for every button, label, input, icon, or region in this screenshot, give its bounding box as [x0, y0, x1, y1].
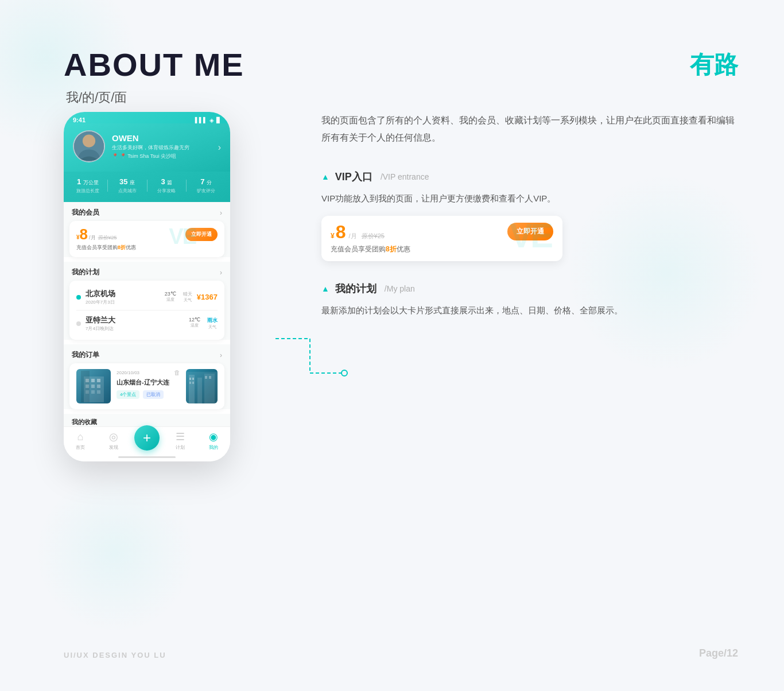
avatar: [73, 130, 105, 162]
order-section-title: 我的订单: [72, 350, 99, 360]
collect-title: 我的收藏: [72, 418, 97, 425]
vip-triangle-icon: ▲: [321, 172, 329, 181]
svg-rect-13: [81, 371, 90, 402]
svg-rect-19: [192, 378, 194, 380]
stat-cities: 35 座 点亮城市: [108, 177, 147, 194]
nav-mine[interactable]: ◉ 我的: [197, 430, 230, 451]
collect-section: 我的收藏: [64, 414, 230, 426]
battery-icon: ▊: [216, 117, 221, 123]
member-arrow-icon[interactable]: ›: [220, 209, 222, 217]
plan-arrow-icon[interactable]: ›: [220, 269, 222, 277]
svg-rect-18: [189, 378, 191, 380]
order-info: 2020/10/03 🗑 山东烟台-辽宁大连 4个景点 已取消: [117, 369, 180, 403]
member-section-title: 我的会员: [72, 208, 99, 218]
nav-discover[interactable]: ◎ 发现: [97, 430, 130, 451]
stat-articles: 3 篇 分享攻略: [148, 177, 187, 194]
svg-rect-6: [97, 379, 100, 382]
vip-desc: VIP功能放入到我的页面，让用户更方便缴费和查看个人VIP。: [321, 191, 738, 207]
member-price: ¥ 8 /月 原价¥25: [76, 227, 117, 242]
add-button[interactable]: +: [134, 425, 160, 451]
plan-title-sub: /My plan: [385, 284, 415, 293]
plan-card: 北京机场 2020年7月3日 23℃ 温度 晴天 天气: [69, 281, 224, 340]
order-date: 2020/10/03: [117, 370, 139, 375]
profile-info: OWEN 生活多美好啊，体育锻炼乐趣无穷 📍 📍 Tsim Sha Tsui 尖…: [112, 133, 221, 160]
plan-dot: [76, 295, 81, 300]
plan-desc: 最新添加的计划会以大卡片形式直接展示出来，地点、日期、价格、全部展示。: [321, 302, 738, 319]
profile-header: OWEN 生活多美好啊，体育锻炼乐趣无穷 📍 📍 Tsim Sha Tsui 尖…: [64, 123, 230, 172]
nav-add[interactable]: +: [130, 431, 164, 451]
status-bar: 9:41 ▌▌▌ ◈ ▊: [64, 112, 230, 123]
order-image-1: [76, 369, 111, 403]
svg-point-1: [83, 134, 95, 147]
vip-title-sub: /VIP entrance: [381, 172, 429, 181]
plan-item-beijing: 北京机场 2020年7月3日 23℃ 温度 晴天 天气: [76, 286, 218, 308]
order-arrow-icon[interactable]: ›: [220, 351, 222, 359]
phone-indicator: [64, 456, 230, 461]
vip-watermark: VE: [510, 216, 551, 255]
plan-beijing-info: 北京机场 2020年7月3日: [86, 289, 160, 305]
plan-beijing-weather: 23℃ 温度 晴天 天气: [165, 291, 192, 303]
svg-rect-22: [205, 376, 207, 379]
logo: 有路: [690, 49, 738, 81]
svg-rect-23: [209, 376, 211, 379]
nav-plan[interactable]: ☰ 计划: [164, 430, 197, 451]
spots-tag: 4个景点: [117, 390, 139, 399]
svg-point-24: [341, 370, 347, 376]
svg-rect-16: [197, 378, 202, 403]
member-desc: 充值会员享受团购8折优惠: [76, 244, 218, 251]
plan-section-title: 我的计划: [72, 267, 99, 277]
member-card: VE ¥ 8 /月 原价¥25 立即开通 充值会员享受团购8折优惠: [69, 221, 224, 257]
page-title: ABOUT ME: [64, 46, 244, 83]
nav-home[interactable]: ⌂ 首页: [64, 431, 97, 451]
chevron-right-icon[interactable]: ›: [218, 142, 221, 153]
plan-atlanta-info: 亚特兰大 7月4日晚到达: [86, 315, 184, 332]
footer-right: Page/12: [699, 647, 738, 659]
profile-location: 📍 📍 Tsim Sha Tsui 尖沙咀: [112, 153, 221, 160]
vip-card-preview: VE ¥ 8 /月 原价¥25 立即开通 充值会员享受团购8折优惠: [321, 216, 562, 261]
status-icons: ▌▌▌ ◈ ▊: [195, 117, 221, 123]
wifi-icon: ◈: [209, 117, 214, 123]
plan-icon: ☰: [176, 430, 185, 443]
profile-bio: 生活多美好啊，体育锻炼乐趣无穷: [112, 144, 221, 152]
activate-button[interactable]: 立即开通: [185, 228, 218, 241]
svg-rect-21: [192, 382, 194, 384]
plan-triangle-icon: ▲: [321, 284, 329, 293]
svg-rect-12: [97, 390, 100, 394]
svg-rect-5: [91, 379, 95, 382]
mine-icon: ◉: [209, 430, 218, 443]
status-badge: 已取消: [143, 390, 164, 399]
stats-row: 1 万公里 旅游总长度 35 座 点亮城市 3 篇 分享攻略 7 分 驴友评分: [64, 172, 230, 202]
delete-icon[interactable]: 🗑: [174, 369, 180, 376]
plan-dot-2: [76, 321, 81, 326]
stat-score: 7 分 驴友评分: [187, 177, 226, 194]
order-title: 山东烟台-辽宁大连: [117, 378, 180, 387]
indicator-bar: [118, 456, 176, 458]
intro-text: 我的页面包含了所有的个人资料、我的会员、收藏计划等一系列模块，让用户在此页面直接…: [321, 112, 738, 147]
stat-distance: 1 万公里 旅游总长度: [68, 177, 107, 194]
home-icon: ⌂: [77, 431, 84, 443]
order-section: 我的订单 ›: [64, 344, 230, 409]
right-content: 我的页面包含了所有的个人资料、我的会员、收藏计划等一系列模块，让用户在此页面直接…: [321, 112, 738, 339]
discover-icon: ◎: [109, 430, 118, 443]
svg-rect-9: [97, 385, 100, 388]
location-icon: 📍: [112, 153, 118, 159]
order-image-2: [186, 369, 218, 403]
plan-item-atlanta: 亚特兰大 7月4日晚到达 12℃ 温度 雨水 天气: [76, 313, 218, 334]
phone-mockup: 9:41 ▌▌▌ ◈ ▊: [64, 112, 230, 461]
vip-price: ¥ 8 /月 原价¥25: [331, 223, 385, 241]
plan-atlanta-weather: 12℃ 温度 雨水 天气: [189, 317, 218, 330]
vip-section-block: ▲ VIP入口 /VIP entrance VIP功能放入到我的页面，让用户更方…: [321, 170, 738, 261]
status-time: 9:41: [73, 117, 86, 123]
svg-rect-8: [91, 385, 95, 388]
profile-name: OWEN: [112, 133, 221, 143]
my-plan-section-block: ▲ 我的计划 /My plan 最新添加的计划会以大卡片形式直接展示出来，地点、…: [321, 282, 738, 319]
plan-title: 我的计划: [335, 282, 377, 296]
plan-price: ¥1367: [197, 293, 218, 301]
member-section: 我的会员 › VE ¥ 8 /月 原价¥25 立即开通 充值会员享受团购8折优惠: [64, 202, 230, 257]
svg-rect-11: [91, 390, 95, 394]
footer-left: UI/UX DESGIN YOU LU: [64, 651, 166, 659]
page-subtitle: 我/的/页/面: [66, 89, 127, 106]
vip-title: VIP入口: [335, 170, 372, 184]
svg-rect-20: [189, 382, 191, 384]
plan-section: 我的计划 › 北京机场 2020年7月3日 23℃ 温度: [64, 262, 230, 340]
